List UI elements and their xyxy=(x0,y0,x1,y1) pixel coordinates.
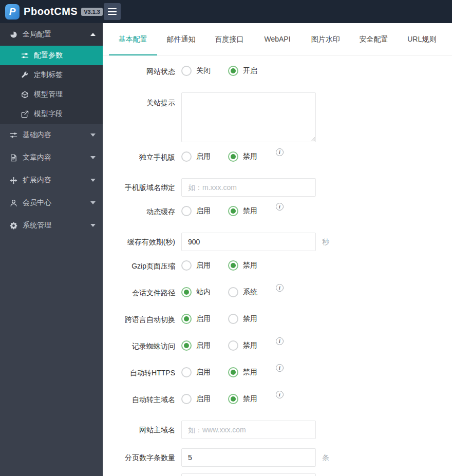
app-title: PbootCMS xyxy=(24,6,78,17)
field-label-auto-main-domain: 自动转主域名 xyxy=(103,394,181,405)
input-suffix: 秒 xyxy=(322,233,329,251)
info-icon[interactable]: i xyxy=(276,203,284,211)
radio-option-session-path[interactable]: 站内 xyxy=(181,287,211,297)
sidebar-item-model-manage[interactable]: 模型管理 xyxy=(0,85,103,104)
arrows-icon xyxy=(9,177,18,184)
radio-option-dynamic-cache[interactable]: 启用 xyxy=(181,206,211,216)
input-main-domain[interactable] xyxy=(181,421,316,439)
radio-option-label: 启用 xyxy=(196,206,211,216)
sidebar-item-article-content[interactable]: 文章内容 xyxy=(0,146,103,169)
radio-option-lang-auto-switch[interactable]: 启用 xyxy=(181,314,211,324)
radio-option-dynamic-cache[interactable]: 禁用 xyxy=(228,206,257,216)
form-row-dynamic-cache: 动态缓存启用禁用i xyxy=(103,206,452,217)
radio-option-auto-https[interactable]: 禁用 xyxy=(228,367,257,377)
tab-basic-config[interactable]: 基本配置 xyxy=(109,23,157,55)
field-label-mobile-domain: 手机版域名绑定 xyxy=(103,178,181,197)
sidebar-item-system-manage[interactable]: 系统管理 xyxy=(0,214,103,237)
field-label-cache-expire: 缓存有效期(秒) xyxy=(103,233,181,251)
sidebar-item-custom-tags[interactable]: 定制标签 xyxy=(0,65,103,85)
radio-unchecked-icon xyxy=(181,66,192,76)
radio-option-spider-log[interactable]: 禁用 xyxy=(228,340,257,351)
hamburger-icon xyxy=(108,8,117,10)
input-mobile-domain[interactable] xyxy=(181,178,316,197)
external-link-icon xyxy=(21,110,29,118)
input-suffix: 条 xyxy=(322,448,329,467)
radio-checked-icon xyxy=(181,314,192,324)
sidebar-item-global-config[interactable]: 全局配置 xyxy=(0,23,103,46)
textarea-close-tip[interactable] xyxy=(181,92,316,142)
tab-baidu-api[interactable]: 百度接口 xyxy=(205,23,253,55)
radio-option-label: 禁用 xyxy=(243,206,257,216)
tab-webapi[interactable]: WebAPI xyxy=(253,23,302,55)
sliders-icon xyxy=(21,52,29,60)
pbootcms-logo-icon: P xyxy=(5,4,20,20)
radio-option-label: 禁用 xyxy=(243,341,257,350)
radio-option-gzip-compress[interactable]: 禁用 xyxy=(228,260,257,271)
field-label-lang-auto-switch: 跨语言自动切换 xyxy=(103,314,181,325)
radio-checked-icon xyxy=(228,66,238,76)
field-control-dynamic-cache: 启用禁用i xyxy=(181,206,284,216)
info-icon[interactable]: i xyxy=(276,148,284,156)
sidebar-item-extend-content[interactable]: 扩展内容 xyxy=(0,169,103,192)
tab-image-watermark[interactable]: 图片水印 xyxy=(302,23,350,55)
radio-option-label: 开启 xyxy=(243,66,257,75)
sliders-icon xyxy=(9,131,18,139)
sidebar-item-config-params[interactable]: 配置参数 xyxy=(0,46,103,65)
sidebar-item-model-fields[interactable]: 模型字段 xyxy=(0,104,103,124)
form-row-mobile-version: 独立手机版启用禁用i xyxy=(103,151,452,163)
field-control-main-domain xyxy=(181,421,316,439)
field-label-site-status: 网站状态 xyxy=(103,66,181,77)
sidebar-item-member-center[interactable]: 会员中心 xyxy=(0,192,103,214)
radio-option-auto-main-domain[interactable]: 禁用 xyxy=(228,394,257,404)
radio-unchecked-icon xyxy=(181,206,192,216)
tab-bar: 基本配置邮件通知百度接口WebAPI图片水印安全配置URL规则 xyxy=(103,23,452,55)
radio-option-gzip-compress[interactable]: 启用 xyxy=(181,260,211,271)
sidebar: 全局配置配置参数定制标签模型管理模型字段基础内容文章内容扩展内容会员中心系统管理 xyxy=(0,23,103,476)
radio-option-site-status[interactable]: 开启 xyxy=(228,66,257,76)
input-page-num-count[interactable] xyxy=(181,448,316,467)
radio-option-mobile-version[interactable]: 禁用 xyxy=(228,151,257,162)
radio-option-label: 启用 xyxy=(196,368,211,377)
tab-url-rules[interactable]: URL规则 xyxy=(398,23,446,55)
radio-unchecked-icon xyxy=(228,314,238,324)
form-row-mobile-domain: 手机版域名绑定 xyxy=(103,178,452,197)
form-row-cache-expire: 缓存有效期(秒)秒 xyxy=(103,233,452,251)
form-row-auto-main-domain: 自动转主域名启用禁用i xyxy=(103,394,452,405)
sidebar-item-basic-content[interactable]: 基础内容 xyxy=(0,124,103,146)
radio-option-mobile-version[interactable]: 启用 xyxy=(181,151,211,162)
radio-option-lang-auto-switch[interactable]: 禁用 xyxy=(228,314,257,324)
radio-option-label: 禁用 xyxy=(243,261,257,270)
info-icon[interactable]: i xyxy=(276,391,284,398)
input-cache-expire[interactable] xyxy=(181,233,316,251)
sidebar-toggle-button[interactable] xyxy=(104,3,121,20)
sidebar-item-label: 系统管理 xyxy=(23,221,90,230)
logo-area: P PbootCMS V3.1.3 xyxy=(0,4,103,20)
radio-unchecked-icon xyxy=(181,394,192,404)
form-row-spider-log: 记录蜘蛛访问启用禁用i xyxy=(103,340,452,352)
radio-option-site-status[interactable]: 关闭 xyxy=(181,66,211,76)
radio-option-auto-main-domain[interactable]: 启用 xyxy=(181,394,211,404)
tab-security-config[interactable]: 安全配置 xyxy=(350,23,398,55)
sidebar-item-label: 模型字段 xyxy=(34,109,96,119)
radio-option-session-path[interactable]: 系统 xyxy=(228,287,257,297)
caret-down-icon xyxy=(90,224,96,227)
field-label-gzip-compress: Gzip页面压缩 xyxy=(103,260,181,272)
info-icon[interactable]: i xyxy=(276,364,284,372)
tab-mail-notify[interactable]: 邮件通知 xyxy=(157,23,205,55)
radio-option-auto-https[interactable]: 启用 xyxy=(181,367,211,377)
caret-down-icon xyxy=(90,201,96,204)
radio-option-label: 禁用 xyxy=(243,314,257,323)
info-icon[interactable]: i xyxy=(276,284,284,292)
field-control-page-num-count: 条 xyxy=(181,448,329,467)
input-next-field-partial[interactable] xyxy=(181,473,316,476)
info-icon[interactable]: i xyxy=(276,337,284,345)
sidebar-item-label: 模型管理 xyxy=(34,90,96,99)
form-row-site-status: 网站状态关闭开启 xyxy=(103,66,452,77)
radio-checked-icon xyxy=(228,260,238,271)
gear-icon xyxy=(9,222,18,230)
radio-unchecked-icon xyxy=(181,367,192,377)
radio-option-label: 启用 xyxy=(196,314,211,323)
radio-unchecked-icon xyxy=(228,287,238,297)
radio-option-spider-log[interactable]: 启用 xyxy=(181,340,211,351)
user-icon xyxy=(9,199,18,207)
